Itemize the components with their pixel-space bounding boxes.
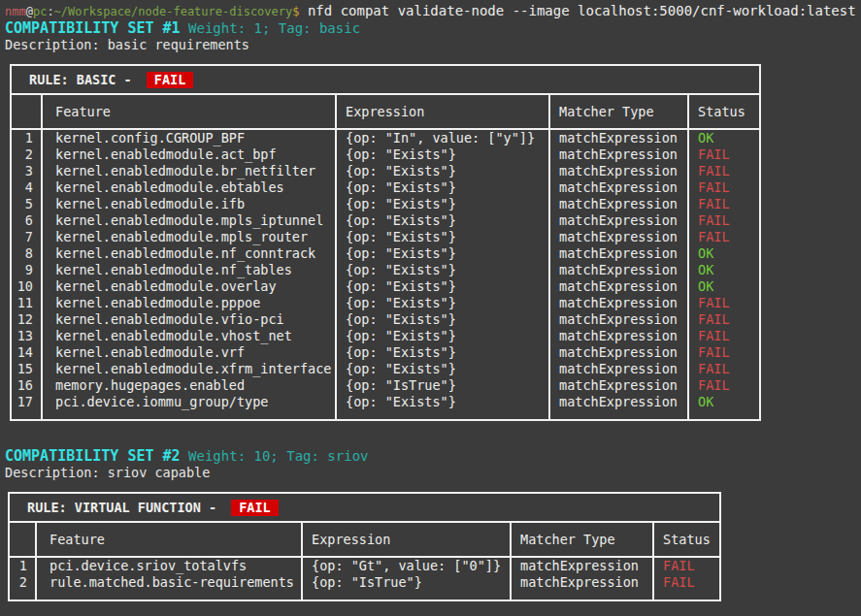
expression-cell: {op: "Exists"} — [336, 278, 549, 295]
table-row: 13 kernel.enabledmodule.vhost_net {op: "… — [11, 328, 760, 344]
compat-set-1-meta: Weight: 1; Tag: basic — [181, 20, 360, 36]
row-number-cell: 11 — [11, 295, 42, 311]
compat-set-2-meta: Weight: 10; Tag: sriov — [181, 448, 369, 464]
rule-fail-badge: FAIL — [231, 500, 279, 516]
feature-cell: kernel.enabledmodule.vfio-pci — [42, 311, 336, 328]
row-number-cell: 5 — [11, 196, 42, 212]
status-cell: FAIL — [688, 361, 760, 377]
column-header-row: Feature Expression Matcher Type Status — [9, 522, 720, 557]
matcher-type-cell: matchExpression — [549, 311, 688, 328]
row-number-cell: 13 — [11, 328, 42, 344]
row-number-cell: 1 — [11, 129, 42, 146]
table-row: 7 kernel.enabledmodule.mpls_router {op: … — [11, 229, 760, 245]
expression-cell: {op: "IsTrue"} — [336, 377, 549, 394]
status-cell: FAIL — [688, 146, 760, 163]
matcher-type-cell: matchExpression — [549, 146, 688, 163]
column-header-status: Status — [688, 94, 760, 129]
feature-cell: pci.device.iommu_group/type — [42, 394, 336, 420]
expression-cell: {op: "Exists"} — [336, 163, 549, 179]
expression-cell: {op: "Exists"} — [336, 245, 549, 262]
table-row: 8 kernel.enabledmodule.nf_conntrack {op:… — [11, 245, 760, 262]
prompt-colon: : — [47, 5, 53, 18]
table-row: 2 rule.matched.basic-requirements {op: "… — [9, 574, 720, 600]
expression-cell: {op: "Exists"} — [336, 229, 549, 245]
matcher-type-cell: matchExpression — [549, 377, 688, 394]
feature-cell: memory.hugepages.enabled — [42, 377, 336, 394]
table-row: 16 memory.hugepages.enabled {op: "IsTrue… — [11, 377, 760, 394]
feature-cell: kernel.config.CGROUP_BPF — [42, 129, 336, 146]
matcher-type-cell: matchExpression — [549, 361, 688, 377]
row-number-cell: 8 — [11, 245, 42, 262]
compat-set-1-description: Description: basic requirements — [5, 37, 861, 53]
expression-cell: {op: "Exists"} — [336, 196, 549, 212]
matcher-type-cell: matchExpression — [549, 344, 688, 361]
rule-title-row: RULE: BASIC - FAIL — [11, 65, 760, 94]
command-text: nfd compat validate-node --image localho… — [299, 3, 855, 18]
row-number-cell: 15 — [11, 361, 42, 377]
column-header-status: Status — [653, 522, 720, 557]
row-number-cell: 12 — [11, 311, 42, 328]
rule-table-virtual-function: RULE: VIRTUAL FUNCTION - FAIL Feature Ex… — [8, 492, 721, 601]
rule-title-row: RULE: VIRTUAL FUNCTION - FAIL — [9, 493, 720, 522]
matcher-type-cell: matchExpression — [511, 574, 653, 600]
table-row: 11 kernel.enabledmodule.pppoe {op: "Exis… — [11, 295, 760, 311]
feature-cell: pci.device.sriov_totalvfs — [36, 557, 302, 574]
feature-cell: kernel.enabledmodule.overlay — [42, 278, 336, 295]
expression-cell: {op: "Exists"} — [336, 361, 549, 377]
expression-cell: {op: "Exists"} — [336, 146, 549, 163]
table-row: 1 kernel.config.CGROUP_BPF {op: "In", va… — [11, 129, 760, 146]
status-cell: FAIL — [688, 229, 760, 245]
column-header-feature: Feature — [36, 522, 302, 557]
prompt-hostname: pc — [33, 5, 47, 18]
matcher-type-cell: matchExpression — [549, 212, 688, 229]
feature-cell: kernel.enabledmodule.ifb — [42, 196, 336, 212]
status-cell: OK — [688, 394, 760, 420]
row-number-cell: 14 — [11, 344, 42, 361]
status-cell: FAIL — [688, 196, 760, 212]
status-cell: OK — [688, 262, 760, 278]
expression-cell: {op: "Exists"} — [336, 262, 549, 278]
compat-set-1-header: COMPATIBILITY SET #1 Weight: 1; Tag: bas… — [5, 20, 861, 37]
matcher-type-cell: matchExpression — [549, 129, 688, 146]
column-header-row: Feature Expression Matcher Type Status — [11, 94, 760, 129]
feature-cell: kernel.enabledmodule.ebtables — [42, 179, 336, 196]
prompt-at-symbol: @ — [26, 5, 33, 18]
feature-cell: kernel.enabledmodule.br_netfilter — [42, 163, 336, 179]
prompt-working-directory: ~/Workspace/node-feature-discovery — [54, 5, 293, 18]
table-row: 5 kernel.enabledmodule.ifb {op: "Exists"… — [11, 196, 760, 212]
row-number-cell: 4 — [11, 179, 42, 196]
table-row: 15 kernel.enabledmodule.xfrm_interface {… — [11, 361, 760, 377]
rule-title: RULE: VIRTUAL FUNCTION - — [27, 500, 224, 515]
column-header-expression: Expression — [302, 522, 511, 557]
status-cell: OK — [688, 245, 760, 262]
expression-cell: {op: "Exists"} — [336, 212, 549, 229]
table-row: 12 kernel.enabledmodule.vfio-pci {op: "E… — [11, 311, 760, 328]
column-header-expression: Expression — [336, 94, 549, 129]
matcher-type-cell: matchExpression — [549, 229, 688, 245]
expression-cell: {op: "Exists"} — [336, 295, 549, 311]
row-number-cell: 3 — [11, 163, 42, 179]
status-cell: FAIL — [688, 295, 760, 311]
expression-cell: {op: "IsTrue"} — [302, 574, 511, 600]
status-cell: FAIL — [688, 344, 760, 361]
matcher-type-cell: matchExpression — [549, 245, 688, 262]
row-number-cell: 9 — [11, 262, 42, 278]
rule-title-cell: RULE: VIRTUAL FUNCTION - FAIL — [9, 493, 720, 522]
matcher-type-cell: matchExpression — [549, 278, 688, 295]
matcher-type-cell: matchExpression — [549, 262, 688, 278]
prompt-line: nmm@pc:~/Workspace/node-feature-discover… — [5, 3, 861, 20]
expression-cell: {op: "In", value: ["y"]} — [336, 129, 549, 146]
matcher-type-cell: matchExpression — [549, 163, 688, 179]
row-number-cell: 1 — [9, 557, 36, 574]
compat-set-2-description: Description: sriov capable — [5, 465, 861, 481]
feature-cell: kernel.enabledmodule.mpls_router — [42, 229, 336, 245]
table-row: 14 kernel.enabledmodule.vrf {op: "Exists… — [11, 344, 760, 361]
feature-cell: kernel.enabledmodule.pppoe — [42, 295, 336, 311]
column-header-number — [11, 94, 42, 129]
feature-cell: kernel.enabledmodule.vrf — [42, 344, 336, 361]
row-number-cell: 17 — [11, 394, 42, 420]
status-cell: FAIL — [688, 328, 760, 344]
expression-cell: {op: "Gt", value: ["0"]} — [302, 557, 511, 574]
feature-cell: kernel.enabledmodule.nf_tables — [42, 262, 336, 278]
status-cell: OK — [688, 129, 760, 146]
